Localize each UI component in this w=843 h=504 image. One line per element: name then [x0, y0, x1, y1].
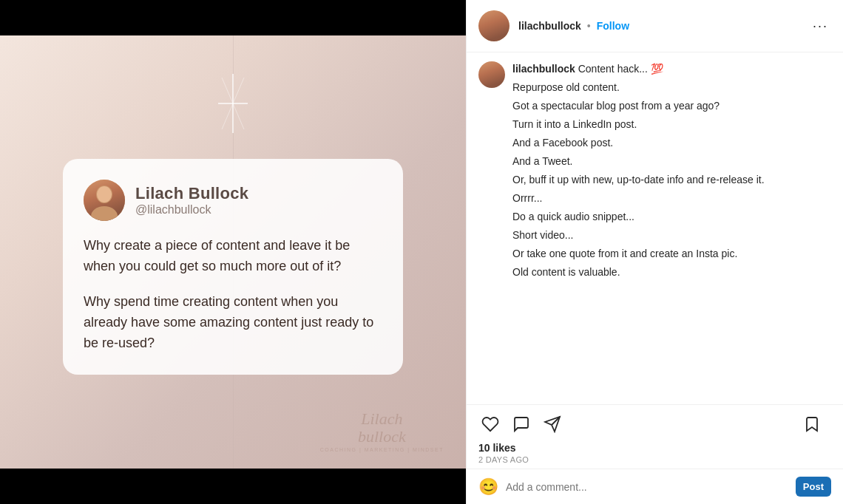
caption-line: Repurpose old content.: [512, 80, 831, 95]
dot-separator: •: [587, 20, 591, 32]
caption-line: Got a spectacular blog post from a year …: [512, 98, 831, 114]
black-bar-bottom: [0, 469, 466, 504]
actions-row: [467, 404, 843, 440]
like-button[interactable]: [478, 412, 502, 436]
star-decoration: [218, 74, 248, 133]
caption-username: lilachbullock: [512, 63, 575, 75]
post-comment-button[interactable]: Post: [796, 477, 831, 497]
caption-content: lilachbullock Content hack... 💯: [512, 61, 831, 77]
svg-point-6: [97, 186, 112, 202]
likes-area: 10 likes 2 days ago: [467, 440, 843, 469]
content-card: Lilach Bullock @lilachbullock Why create…: [63, 159, 403, 374]
likes-count: 10 likes: [478, 442, 831, 454]
share-button[interactable]: [541, 412, 564, 436]
caption-line: Turn it into a LinkedIn post.: [512, 117, 831, 132]
black-bar-top: [0, 0, 466, 35]
caption-line: Or, buff it up with new, up-to-date info…: [512, 172, 831, 188]
comment-icon: [512, 415, 530, 433]
svg-point-5: [91, 206, 118, 221]
caption-user-row: lilachbullock Content hack... 💯 Repurpos…: [478, 61, 831, 283]
emoji-picker-button[interactable]: 😊: [478, 477, 498, 497]
post-avatar: [478, 10, 509, 41]
brand-signature: Lilachbullock COACHING | MARKETING | MIN…: [320, 410, 444, 452]
caption-line: And a Tweet.: [512, 154, 831, 169]
brand-sig-sub: COACHING | MARKETING | MINDSET: [320, 447, 444, 452]
caption-line: Orrrr...: [512, 191, 831, 206]
caption-hack-text: Content hack... 💯: [578, 63, 663, 75]
card-handle: @lilachbullock: [135, 203, 248, 217]
post-avatar-img: [478, 10, 509, 41]
post-username: lilachbullock: [518, 20, 581, 32]
caption-area: lilachbullock Content hack... 💯 Repurpos…: [467, 52, 843, 404]
comment-input-row: 😊 Post: [467, 469, 843, 504]
caption-line: Or take one quote from it and create an …: [512, 246, 831, 262]
card-body-p2: Why spend time creating content when you…: [84, 292, 382, 354]
card-name: Lilach Bullock: [135, 184, 248, 203]
caption-line: And a Facebook post.: [512, 135, 831, 151]
card-body-p1: Why create a piece of content and leave …: [84, 236, 382, 277]
post-header: lilachbullock • Follow ···: [467, 0, 843, 52]
heart-icon: [481, 415, 499, 433]
card-avatar: [84, 180, 125, 221]
card-header: Lilach Bullock @lilachbullock: [84, 180, 382, 221]
brand-sig-text: Lilachbullock: [320, 410, 444, 446]
caption-lines: Repurpose old content.Got a spectacular …: [512, 80, 831, 280]
send-icon: [544, 415, 561, 433]
comment-button[interactable]: [509, 412, 533, 436]
save-button[interactable]: [800, 412, 824, 436]
caption-line: Do a quick audio snippet...: [512, 209, 831, 225]
bookmark-icon: [803, 415, 821, 433]
comment-input[interactable]: [506, 481, 788, 493]
left-panel: Lilach Bullock @lilachbullock Why create…: [0, 0, 466, 504]
right-panel: lilachbullock • Follow ··· lilachbullock…: [466, 0, 843, 504]
emoji-100: 💯: [651, 63, 663, 75]
card-body: Why create a piece of content and leave …: [84, 236, 382, 353]
post-username-area: lilachbullock • Follow: [518, 20, 810, 32]
card-user-info: Lilach Bullock @lilachbullock: [135, 184, 248, 217]
timestamp: 2 days ago: [478, 455, 831, 464]
more-options-button[interactable]: ···: [810, 16, 831, 37]
caption-line: Old content is valuable.: [512, 265, 831, 280]
caption-text-area: lilachbullock Content hack... 💯 Repurpos…: [512, 61, 831, 283]
caption-avatar: [478, 61, 505, 88]
follow-button[interactable]: Follow: [597, 20, 629, 32]
caption-line: Short video...: [512, 228, 831, 243]
